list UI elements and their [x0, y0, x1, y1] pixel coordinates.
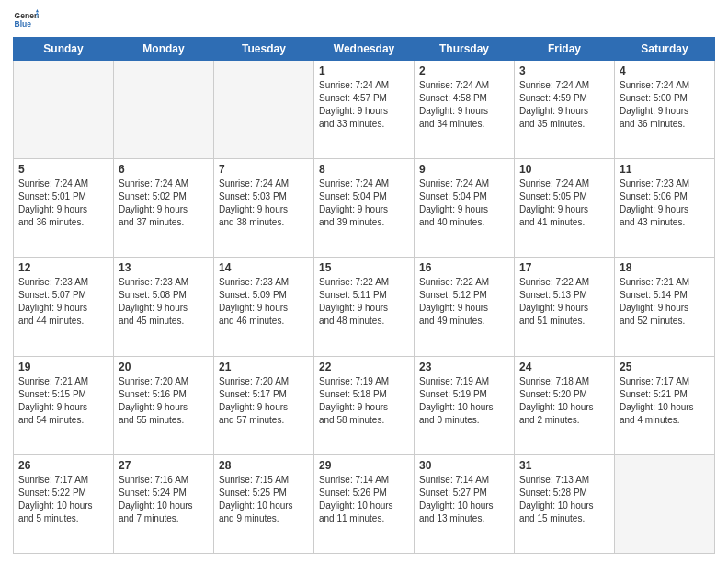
header: General Blue: [13, 9, 715, 29]
weekday-header-saturday: Saturday: [615, 38, 715, 61]
calendar-cell: 13Sunrise: 7:23 AM Sunset: 5:08 PM Dayli…: [114, 258, 214, 356]
weekday-header-row: SundayMondayTuesdayWednesdayThursdayFrid…: [14, 38, 715, 61]
day-number: 21: [219, 361, 309, 373]
cell-info: Sunrise: 7:23 AM Sunset: 5:07 PM Dayligh…: [18, 276, 108, 327]
day-number: 5: [18, 163, 108, 176]
cell-info: Sunrise: 7:24 AM Sunset: 5:02 PM Dayligh…: [119, 178, 209, 229]
calendar-cell: [14, 61, 114, 159]
day-number: 31: [519, 459, 609, 472]
calendar-cell: 5Sunrise: 7:24 AM Sunset: 5:01 PM Daylig…: [14, 159, 114, 258]
day-number: 6: [119, 163, 209, 176]
calendar-week-0: 1Sunrise: 7:24 AM Sunset: 4:57 PM Daylig…: [14, 61, 715, 159]
logo-icon: General Blue: [13, 9, 39, 29]
weekday-header-tuesday: Tuesday: [214, 38, 314, 61]
cell-info: Sunrise: 7:24 AM Sunset: 5:05 PM Dayligh…: [519, 178, 609, 229]
calendar-cell: 3Sunrise: 7:24 AM Sunset: 4:59 PM Daylig…: [515, 61, 615, 159]
weekday-header-wednesday: Wednesday: [314, 38, 415, 61]
calendar-week-3: 19Sunrise: 7:21 AM Sunset: 5:15 PM Dayli…: [14, 356, 715, 454]
cell-info: Sunrise: 7:24 AM Sunset: 5:04 PM Dayligh…: [319, 178, 409, 229]
calendar-cell: 21Sunrise: 7:20 AM Sunset: 5:17 PM Dayli…: [214, 356, 314, 454]
cell-info: Sunrise: 7:19 AM Sunset: 5:18 PM Dayligh…: [319, 375, 409, 427]
cell-info: Sunrise: 7:24 AM Sunset: 5:03 PM Dayligh…: [219, 178, 309, 229]
calendar-cell: 11Sunrise: 7:23 AM Sunset: 5:06 PM Dayli…: [615, 159, 715, 258]
calendar-cell: 1Sunrise: 7:24 AM Sunset: 4:57 PM Daylig…: [314, 61, 415, 159]
day-number: 15: [319, 261, 409, 274]
cell-info: Sunrise: 7:18 AM Sunset: 5:20 PM Dayligh…: [519, 375, 609, 427]
day-number: 18: [620, 261, 710, 274]
logo: General Blue: [13, 9, 39, 29]
calendar-cell: 22Sunrise: 7:19 AM Sunset: 5:18 PM Dayli…: [314, 356, 415, 454]
calendar-cell: 17Sunrise: 7:22 AM Sunset: 5:13 PM Dayli…: [515, 258, 615, 356]
calendar-cell: 25Sunrise: 7:17 AM Sunset: 5:21 PM Dayli…: [615, 356, 715, 454]
day-number: 3: [519, 64, 609, 77]
calendar-cell: 8Sunrise: 7:24 AM Sunset: 5:04 PM Daylig…: [314, 159, 415, 258]
cell-info: Sunrise: 7:14 AM Sunset: 5:27 PM Dayligh…: [419, 474, 509, 525]
day-number: 23: [419, 361, 509, 373]
calendar-cell: 19Sunrise: 7:21 AM Sunset: 5:15 PM Dayli…: [14, 356, 114, 454]
calendar-cell: 27Sunrise: 7:16 AM Sunset: 5:24 PM Dayli…: [114, 454, 214, 553]
svg-text:Blue: Blue: [15, 19, 32, 29]
day-number: 27: [119, 459, 209, 472]
calendar-cell: 12Sunrise: 7:23 AM Sunset: 5:07 PM Dayli…: [14, 258, 114, 356]
day-number: 30: [419, 459, 509, 472]
day-number: 29: [319, 459, 409, 472]
calendar-cell: 15Sunrise: 7:22 AM Sunset: 5:11 PM Dayli…: [314, 258, 415, 356]
day-number: 1: [319, 64, 409, 77]
day-number: 13: [119, 261, 209, 274]
cell-info: Sunrise: 7:24 AM Sunset: 4:59 PM Dayligh…: [519, 79, 609, 131]
cell-info: Sunrise: 7:22 AM Sunset: 5:12 PM Dayligh…: [419, 276, 509, 327]
day-number: 17: [519, 261, 609, 274]
day-number: 22: [319, 361, 409, 373]
day-number: 26: [18, 459, 108, 472]
day-number: 12: [18, 261, 108, 274]
cell-info: Sunrise: 7:20 AM Sunset: 5:16 PM Dayligh…: [119, 375, 209, 427]
calendar-cell: 28Sunrise: 7:15 AM Sunset: 5:25 PM Dayli…: [214, 454, 314, 553]
calendar-cell: 31Sunrise: 7:13 AM Sunset: 5:28 PM Dayli…: [515, 454, 615, 553]
day-number: 24: [519, 361, 609, 373]
cell-info: Sunrise: 7:17 AM Sunset: 5:22 PM Dayligh…: [18, 474, 108, 525]
cell-info: Sunrise: 7:22 AM Sunset: 5:13 PM Dayligh…: [519, 276, 609, 327]
cell-info: Sunrise: 7:23 AM Sunset: 5:06 PM Dayligh…: [620, 178, 710, 229]
day-number: 28: [219, 459, 309, 472]
calendar-cell: 7Sunrise: 7:24 AM Sunset: 5:03 PM Daylig…: [214, 159, 314, 258]
calendar-cell: [615, 454, 715, 553]
weekday-header-thursday: Thursday: [415, 38, 515, 61]
calendar-cell: 20Sunrise: 7:20 AM Sunset: 5:16 PM Dayli…: [114, 356, 214, 454]
cell-info: Sunrise: 7:24 AM Sunset: 4:58 PM Dayligh…: [419, 79, 509, 131]
page: General Blue SundayMondayTuesdayWednesda…: [0, 0, 728, 563]
cell-info: Sunrise: 7:23 AM Sunset: 5:09 PM Dayligh…: [219, 276, 309, 327]
calendar-cell: 10Sunrise: 7:24 AM Sunset: 5:05 PM Dayli…: [515, 159, 615, 258]
calendar-week-1: 5Sunrise: 7:24 AM Sunset: 5:01 PM Daylig…: [14, 159, 715, 258]
day-number: 25: [620, 361, 710, 373]
calendar-week-4: 26Sunrise: 7:17 AM Sunset: 5:22 PM Dayli…: [14, 454, 715, 553]
cell-info: Sunrise: 7:16 AM Sunset: 5:24 PM Dayligh…: [119, 474, 209, 525]
day-number: 7: [219, 163, 309, 176]
cell-info: Sunrise: 7:20 AM Sunset: 5:17 PM Dayligh…: [219, 375, 309, 427]
cell-info: Sunrise: 7:23 AM Sunset: 5:08 PM Dayligh…: [119, 276, 209, 327]
day-number: 2: [419, 64, 509, 77]
cell-info: Sunrise: 7:14 AM Sunset: 5:26 PM Dayligh…: [319, 474, 409, 525]
cell-info: Sunrise: 7:17 AM Sunset: 5:21 PM Dayligh…: [620, 375, 710, 427]
calendar-cell: 6Sunrise: 7:24 AM Sunset: 5:02 PM Daylig…: [114, 159, 214, 258]
calendar-cell: 26Sunrise: 7:17 AM Sunset: 5:22 PM Dayli…: [14, 454, 114, 553]
calendar-cell: [214, 61, 314, 159]
cell-info: Sunrise: 7:24 AM Sunset: 5:00 PM Dayligh…: [620, 79, 710, 131]
calendar-cell: 23Sunrise: 7:19 AM Sunset: 5:19 PM Dayli…: [415, 356, 515, 454]
day-number: 4: [620, 64, 710, 77]
calendar-week-2: 12Sunrise: 7:23 AM Sunset: 5:07 PM Dayli…: [14, 258, 715, 356]
calendar-cell: [114, 61, 214, 159]
day-number: 9: [419, 163, 509, 176]
calendar-cell: 18Sunrise: 7:21 AM Sunset: 5:14 PM Dayli…: [615, 258, 715, 356]
cell-info: Sunrise: 7:22 AM Sunset: 5:11 PM Dayligh…: [319, 276, 409, 327]
cell-info: Sunrise: 7:24 AM Sunset: 5:04 PM Dayligh…: [419, 178, 509, 229]
calendar-cell: 4Sunrise: 7:24 AM Sunset: 5:00 PM Daylig…: [615, 61, 715, 159]
cell-info: Sunrise: 7:15 AM Sunset: 5:25 PM Dayligh…: [219, 474, 309, 525]
calendar-cell: 9Sunrise: 7:24 AM Sunset: 5:04 PM Daylig…: [415, 159, 515, 258]
cell-info: Sunrise: 7:19 AM Sunset: 5:19 PM Dayligh…: [419, 375, 509, 427]
calendar-table: SundayMondayTuesdayWednesdayThursdayFrid…: [13, 37, 715, 554]
cell-info: Sunrise: 7:21 AM Sunset: 5:14 PM Dayligh…: [620, 276, 710, 327]
cell-info: Sunrise: 7:24 AM Sunset: 4:57 PM Dayligh…: [319, 79, 409, 131]
calendar-cell: 30Sunrise: 7:14 AM Sunset: 5:27 PM Dayli…: [415, 454, 515, 553]
day-number: 8: [319, 163, 409, 176]
day-number: 11: [620, 163, 710, 176]
